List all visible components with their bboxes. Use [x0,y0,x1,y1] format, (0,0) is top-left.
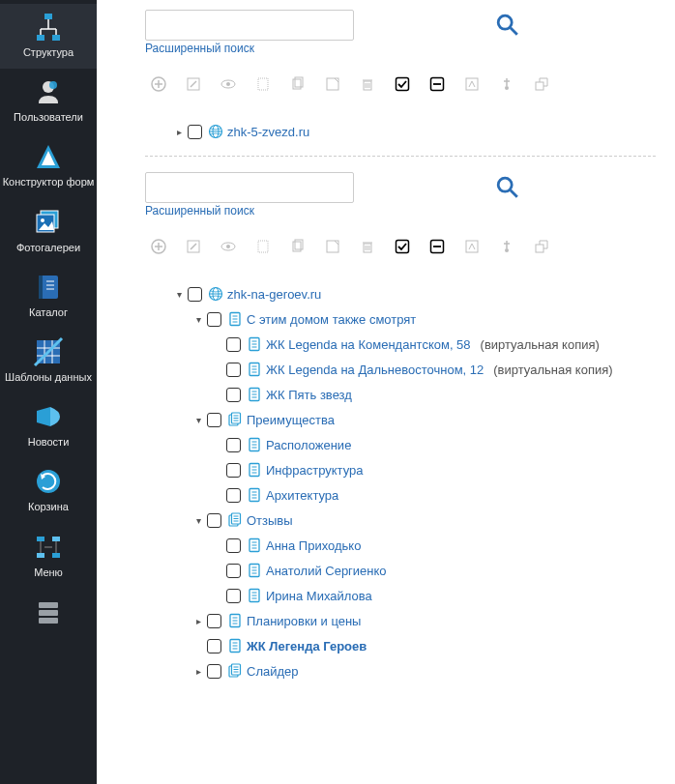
node-link[interactable]: Архитектура [266,488,338,503]
select-checkbox[interactable] [207,639,221,653]
vcopy-button[interactable] [325,239,340,254]
sidebar-item-trash[interactable]: Корзина [0,458,97,523]
perms-button[interactable] [499,239,514,254]
select-checkbox[interactable] [226,337,241,352]
edit-button[interactable] [186,239,201,254]
expand-arrow[interactable]: ▾ [174,289,184,300]
cperms-button[interactable] [534,76,549,92]
visibility-button[interactable] [220,76,236,92]
node-link[interactable]: Инфраструктура [266,463,363,478]
node-link[interactable]: Анатолий Сергиенко [266,564,387,578]
select-checkbox[interactable] [226,589,241,603]
node-link[interactable]: ЖК Legenda на Комендантском, 58 [266,337,471,352]
select-checkbox[interactable] [188,125,202,139]
expand-arrow[interactable]: ▸ [193,616,203,626]
svg-rect-36 [39,610,58,616]
node-link[interactable]: Ирина Михайлова [266,589,372,603]
sidebar-item-galleries[interactable]: Фотогалереи [0,199,97,264]
select-all-button[interactable] [395,239,410,254]
tree-node: ▸Расположение [213,432,656,457]
search-input[interactable] [145,172,354,203]
tree-node: ▸Анатолий Сергиенко [213,558,656,583]
select-checkbox[interactable] [226,488,241,503]
expand-arrow[interactable]: ▾ [193,314,203,325]
users-icon [33,76,64,107]
select-checkbox[interactable] [226,463,241,478]
tree-node: ▸Инфраструктура [213,457,656,482]
perms-button[interactable] [499,76,514,92]
sidebar-item-data-templates[interactable]: Шаблоны данных [0,329,97,393]
svg-line-39 [511,28,517,35]
search-icon [494,12,521,39]
node-link[interactable]: С этим домом также смотрят [247,312,416,327]
select-checkbox[interactable] [207,664,221,679]
sidebar-item-structure[interactable]: Структура [0,4,97,69]
sidebar-item-news[interactable]: Новости [0,393,97,458]
select-checkbox[interactable] [226,538,241,553]
site-section-1: Расширенный поиск ▸zhk-5-zvezd.ru [145,10,656,144]
deselect-all-button[interactable] [429,239,445,254]
svg-point-85 [505,248,509,252]
select-checkbox[interactable] [207,312,221,327]
add-button[interactable] [151,76,166,92]
expand-arrow[interactable]: ▾ [193,415,203,425]
select-checkbox[interactable] [226,564,241,578]
svg-line-65 [511,190,517,197]
select-checkbox[interactable] [226,438,241,452]
edit-button[interactable] [186,76,201,92]
select-checkbox[interactable] [226,363,241,377]
node-link[interactable]: zhk-na-geroev.ru [227,287,321,302]
node-link[interactable]: zhk-5-zvezd.ru [227,125,309,139]
node-link[interactable]: Преимущества [247,413,335,427]
main-content: Расширенный поиск ▸zhk-5-zvezd.ru [97,0,675,784]
activity-button[interactable] [255,76,271,92]
vcopy-button[interactable] [325,76,340,92]
activity-button[interactable] [255,239,271,254]
node-link[interactable]: Отзывы [247,513,293,528]
sidebar-item-form-builder[interactable]: Конструктор форм [0,133,97,198]
sidebar-item-extra[interactable] [0,589,97,641]
template-button[interactable] [464,76,480,92]
cperms-button[interactable] [534,239,549,254]
node-link[interactable]: Планировки и цены [247,614,361,628]
delete-button[interactable] [360,76,375,92]
select-checkbox[interactable] [188,287,202,302]
page-icon [247,563,262,578]
node-link[interactable]: ЖК Легенда Героев [247,639,367,653]
copy-button[interactable] [290,239,306,254]
node-link[interactable]: Анна Приходько [266,538,361,553]
node-link[interactable]: Слайдер [247,664,299,679]
add-button[interactable] [151,239,166,254]
advanced-search-link[interactable]: Расширенный поиск [145,204,254,218]
template-button[interactable] [464,239,480,254]
search-input[interactable] [145,10,354,41]
node-link[interactable]: ЖК Пять звезд [266,388,352,402]
search-button[interactable] [494,172,521,203]
copy-button[interactable] [290,76,306,92]
sidebar-item-users[interactable]: Пользователи [0,69,97,133]
node-link[interactable]: Расположение [266,438,351,452]
stack-icon [227,512,243,528]
visibility-button[interactable] [220,239,236,254]
select-checkbox[interactable] [226,388,241,402]
catalog-icon [33,272,64,303]
expand-arrow[interactable]: ▾ [193,515,203,526]
sidebar-item-menu[interactable]: Меню [0,524,97,589]
expand-arrow[interactable]: ▸ [174,127,184,137]
sidebar-item-catalog[interactable]: Каталог [0,264,97,329]
select-checkbox[interactable] [207,513,221,528]
search-button[interactable] [494,10,521,41]
page-icon [247,537,262,553]
select-all-button[interactable] [395,76,410,92]
tree-node: ▸Планировки и цены [193,608,656,633]
tree-node: ▾Отзывы [193,508,656,533]
delete-button[interactable] [360,239,375,254]
deselect-all-button[interactable] [429,76,445,92]
page-icon [227,613,243,628]
select-checkbox[interactable] [207,614,221,628]
advanced-search-link[interactable]: Расширенный поиск [145,42,254,55]
svg-rect-72 [258,241,268,252]
expand-arrow[interactable]: ▸ [193,666,203,677]
node-link[interactable]: ЖК Legenda на Дальневосточном, 12 [266,363,484,377]
select-checkbox[interactable] [207,413,221,427]
